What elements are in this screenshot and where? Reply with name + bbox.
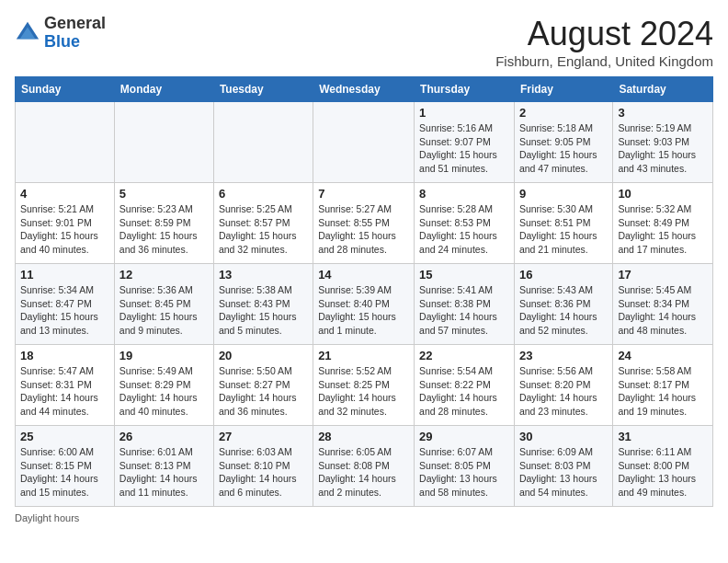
logo-blue-text: Blue [44, 32, 80, 51]
calendar-cell: 5 Sunrise: 5:23 AM Sunset: 8:59 PM Dayli… [114, 183, 213, 264]
day-number: 6 [219, 187, 308, 201]
calendar-cell: 13 Sunrise: 5:38 AM Sunset: 8:43 PM Dayl… [213, 264, 313, 345]
header-thursday: Thursday [415, 77, 515, 102]
day-number: 19 [119, 349, 209, 362]
daylight-info: Daylight: 15 hours and 51 minutes. [419, 149, 497, 174]
daylight-info: Daylight: 14 hours and 32 minutes. [318, 392, 396, 417]
day-number: 31 [618, 430, 708, 443]
sunset-info: Sunset: 8:57 PM [219, 217, 290, 228]
day-number: 26 [119, 430, 209, 443]
daylight-info: Daylight: 15 hours and 9 minutes. [119, 311, 198, 336]
header-tuesday: Tuesday [213, 77, 313, 102]
day-number: 4 [20, 187, 109, 201]
daylight-info: Daylight: 15 hours and 32 minutes. [219, 230, 297, 255]
day-number: 10 [618, 187, 708, 201]
calendar-cell: 6 Sunrise: 5:25 AM Sunset: 8:57 PM Dayli… [213, 183, 313, 264]
calendar-cell [16, 102, 115, 183]
calendar-cell: 27 Sunrise: 6:03 AM Sunset: 8:10 PM Dayl… [213, 426, 313, 507]
sunset-info: Sunset: 8:43 PM [219, 298, 290, 309]
calendar-cell: 14 Sunrise: 5:39 AM Sunset: 8:40 PM Dayl… [313, 264, 415, 345]
daylight-info: Daylight: 15 hours and 17 minutes. [618, 230, 696, 255]
day-number: 28 [318, 430, 409, 443]
sunrise-info: Sunrise: 6:07 AM [419, 446, 493, 457]
sunset-info: Sunset: 8:10 PM [219, 460, 290, 471]
sunset-info: Sunset: 8:17 PM [618, 379, 689, 390]
calendar-week-2: 4 Sunrise: 5:21 AM Sunset: 9:01 PM Dayli… [16, 183, 713, 264]
month-year-title: August 2024 [495, 15, 713, 53]
day-number: 30 [519, 430, 608, 443]
calendar-cell [313, 102, 415, 183]
sunset-info: Sunset: 9:03 PM [618, 136, 689, 147]
calendar-cell: 24 Sunrise: 5:58 AM Sunset: 8:17 PM Dayl… [613, 345, 713, 426]
day-number: 12 [119, 268, 209, 282]
sunrise-info: Sunrise: 6:11 AM [618, 446, 691, 457]
daylight-hours-label: Daylight hours [15, 512, 79, 523]
sunset-info: Sunset: 9:01 PM [20, 217, 92, 228]
day-number: 13 [219, 268, 308, 282]
sunrise-info: Sunrise: 5:39 AM [318, 284, 392, 295]
sunrise-info: Sunrise: 5:18 AM [519, 122, 593, 133]
calendar-cell: 9 Sunrise: 5:30 AM Sunset: 8:51 PM Dayli… [514, 183, 612, 264]
header-sunday: Sunday [16, 77, 115, 102]
calendar-week-4: 18 Sunrise: 5:47 AM Sunset: 8:31 PM Dayl… [16, 345, 713, 426]
header-friday: Friday [514, 77, 612, 102]
day-number: 5 [119, 187, 209, 201]
calendar-cell: 8 Sunrise: 5:28 AM Sunset: 8:53 PM Dayli… [415, 183, 515, 264]
day-number: 27 [219, 430, 308, 443]
daylight-info: Daylight: 14 hours and 52 minutes. [519, 311, 597, 336]
daylight-info: Daylight: 14 hours and 23 minutes. [519, 392, 597, 417]
sunset-info: Sunset: 8:38 PM [419, 298, 491, 309]
calendar-cell: 25 Sunrise: 6:00 AM Sunset: 8:15 PM Dayl… [16, 426, 115, 507]
sunset-info: Sunset: 8:22 PM [419, 379, 491, 390]
sunrise-info: Sunrise: 6:09 AM [519, 446, 593, 457]
day-number: 18 [20, 349, 109, 362]
header-wednesday: Wednesday [313, 77, 415, 102]
calendar-cell: 16 Sunrise: 5:43 AM Sunset: 8:36 PM Dayl… [514, 264, 612, 345]
sunrise-info: Sunrise: 5:54 AM [419, 365, 493, 376]
day-number: 20 [219, 349, 308, 362]
daylight-info: Daylight: 14 hours and 11 minutes. [119, 473, 198, 498]
calendar-cell: 26 Sunrise: 6:01 AM Sunset: 8:13 PM Dayl… [114, 426, 213, 507]
calendar-cell [213, 102, 313, 183]
calendar-week-1: 1 Sunrise: 5:16 AM Sunset: 9:07 PM Dayli… [16, 102, 713, 183]
calendar-cell: 17 Sunrise: 5:45 AM Sunset: 8:34 PM Dayl… [613, 264, 713, 345]
sunset-info: Sunset: 8:59 PM [119, 217, 191, 228]
sunrise-info: Sunrise: 5:58 AM [618, 365, 691, 376]
sunset-info: Sunset: 8:51 PM [519, 217, 591, 228]
calendar-cell: 2 Sunrise: 5:18 AM Sunset: 9:05 PM Dayli… [514, 102, 612, 183]
day-number: 21 [318, 349, 409, 362]
sunset-info: Sunset: 8:20 PM [519, 379, 591, 390]
sunrise-info: Sunrise: 5:28 AM [419, 203, 493, 214]
day-number: 23 [519, 349, 608, 362]
sunrise-info: Sunrise: 5:23 AM [119, 203, 193, 214]
calendar-table: Sunday Monday Tuesday Wednesday Thursday… [15, 76, 713, 507]
daylight-info: Daylight: 14 hours and 15 minutes. [20, 473, 98, 498]
sunset-info: Sunset: 8:15 PM [20, 460, 92, 471]
sunrise-info: Sunrise: 6:01 AM [119, 446, 193, 457]
sunrise-info: Sunrise: 6:05 AM [318, 446, 392, 457]
sunrise-info: Sunrise: 5:30 AM [519, 203, 593, 214]
daylight-info: Daylight: 13 hours and 49 minutes. [618, 473, 696, 498]
daylight-info: Daylight: 14 hours and 57 minutes. [419, 311, 497, 336]
daylight-info: Daylight: 14 hours and 19 minutes. [618, 392, 696, 417]
daylight-info: Daylight: 14 hours and 44 minutes. [20, 392, 98, 417]
sunrise-info: Sunrise: 5:16 AM [419, 122, 493, 133]
calendar-cell [114, 102, 213, 183]
sunset-info: Sunset: 9:05 PM [519, 136, 591, 147]
daylight-info: Daylight: 14 hours and 28 minutes. [419, 392, 497, 417]
logo-text: General Blue [44, 15, 106, 52]
sunset-info: Sunset: 8:45 PM [119, 298, 191, 309]
logo: General Blue [15, 15, 106, 52]
calendar-cell: 23 Sunrise: 5:56 AM Sunset: 8:20 PM Dayl… [514, 345, 612, 426]
sunset-info: Sunset: 8:00 PM [618, 460, 689, 471]
sunrise-info: Sunrise: 5:19 AM [618, 122, 691, 133]
sunset-info: Sunset: 8:31 PM [20, 379, 92, 390]
daylight-info: Daylight: 15 hours and 36 minutes. [119, 230, 198, 255]
day-number: 9 [519, 187, 608, 201]
calendar-cell: 4 Sunrise: 5:21 AM Sunset: 9:01 PM Dayli… [16, 183, 115, 264]
sunrise-info: Sunrise: 5:41 AM [419, 284, 493, 295]
calendar-cell: 3 Sunrise: 5:19 AM Sunset: 9:03 PM Dayli… [613, 102, 713, 183]
sunrise-info: Sunrise: 6:00 AM [20, 446, 94, 457]
sunrise-info: Sunrise: 5:49 AM [119, 365, 193, 376]
day-number: 11 [20, 268, 109, 282]
